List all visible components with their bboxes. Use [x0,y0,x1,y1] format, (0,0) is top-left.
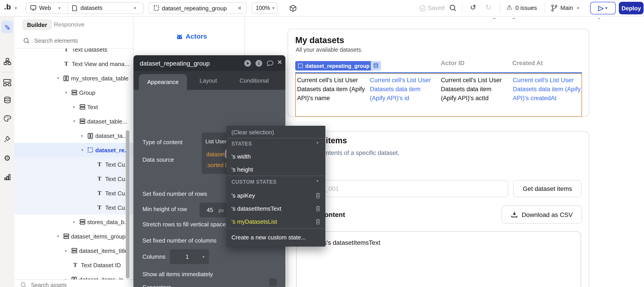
preview-button[interactable]: ▷ ▾ [590,2,616,14]
show-all-items-checkbox[interactable] [269,279,277,286]
text-element-icon: T [98,175,101,182]
min-height-input[interactable]: 45 px [200,203,226,217]
caret-down-icon[interactable]: ▾ [57,76,63,80]
menu-item-mydatasetslist-highlighted[interactable]: 's myDatasetsList [232,218,277,225]
caret-down-icon[interactable]: ▾ [81,148,88,152]
trash-icon[interactable] [316,206,320,212]
close-icon[interactable]: ✕ [238,5,242,11]
chevron-down-icon[interactable]: ▾ [316,179,318,183]
trash-icon[interactable] [316,219,320,225]
menu-item-apikey[interactable]: 's apiKey [232,192,255,199]
tree-item-text-current-4[interactable]: T Text Cu... [14,200,133,215]
branch-selector[interactable]: Main [560,4,573,11]
tree-item-text-current-3[interactable]: T Text Cu... [14,186,133,200]
element-tab[interactable]: dataset_repeating_group ✕ [148,2,247,14]
tree-item-dataset-items-group[interactable]: ▾ dataset_items_group [14,229,133,244]
chevron-down-icon[interactable]: ▾ [577,6,579,10]
caret-right-icon[interactable]: ▸ [65,248,72,253]
caret-right-icon[interactable]: ▸ [73,220,80,224]
tree-item-text-dataset-id[interactable]: T Text Dataset ID [14,258,133,272]
data-tab[interactable] [0,97,14,104]
menu-item-height[interactable]: 's height [232,166,253,173]
caret-right-icon[interactable]: ▸ [73,105,80,109]
warning-icon: ⚠ [506,3,512,11]
chevron-down-icon[interactable]: ▾ [316,141,318,145]
caret-down-icon[interactable]: ▾ [65,90,72,95]
set-fixed-rows-label: Set fixed number of rows [142,190,207,197]
download-icon [511,211,518,218]
saved-check-icon [419,5,426,12]
workflow-icon [3,58,11,65]
columns-select[interactable]: 1 ▾ [170,249,209,264]
comment-icon[interactable] [266,60,274,67]
close-icon[interactable]: ✕ [277,59,282,66]
inspector-header[interactable]: dataset_repeating_group ✕ [134,55,285,71]
device-selector-value[interactable]: Web [39,4,51,11]
caret-right-icon[interactable]: ▸ [81,133,88,138]
styles-tab[interactable] [0,115,14,122]
cube-icon[interactable] [290,4,296,12]
tree-item-my-stores-data-table[interactable]: ▾ my_stores_data_table [14,71,133,85]
selected-element-chip[interactable]: dataset_repeating_group [295,61,372,70]
plugins-tab[interactable] [0,135,14,143]
zoom-control[interactable]: 100% ▾ [252,2,278,14]
menu-divider [226,138,325,138]
actors-heading[interactable]: Actors [176,32,207,40]
undo-icon[interactable]: ↺ [470,3,476,12]
tree-item-dataset-table[interactable]: ▾ dataset_table... [14,114,133,128]
chevron-down-icon[interactable]: ▾ [15,6,17,10]
tree-item-text-current-1[interactable]: T Text Cu... [14,157,133,172]
tree-item-dataset-repeating-group-selected[interactable]: ▾ dataset_re... [14,143,133,157]
tree-item-text-group[interactable]: ▸ Text [14,100,133,114]
page-selector-value[interactable]: datasets [80,4,102,11]
tree-item-dataset-items-in[interactable]: ▸ dataset_items_in... [14,272,133,279]
search-icon[interactable] [450,4,456,12]
settings-tab[interactable]: ⚙ [0,155,14,162]
menu-create-custom-state[interactable]: Create a new custom state... [232,234,306,241]
tree-item-text-current-2[interactable]: T Text Cu... [14,172,133,186]
info-icon[interactable] [255,60,262,67]
caret-down-icon[interactable]: ▾ [73,119,80,123]
menu-custom-states-header[interactable]: CUSTOM STATES [232,179,276,185]
redo-icon[interactable]: ↻ [485,3,492,12]
menu-item-datasetitemstext[interactable]: 's datasetItemsText [232,205,281,212]
logs-tab[interactable] [0,174,14,180]
tree-item-dataset-items-title[interactable]: ▸ dataset_items_title [14,244,133,258]
caret-right-icon[interactable]: ▸ [65,277,72,279]
menu-states-header[interactable]: STATES [232,141,252,146]
tree-scrollbar[interactable] [126,130,130,279]
tree-item-dataset-ta[interactable]: ▸ dataset_ta... [14,128,133,143]
components-tab[interactable] [0,79,14,86]
repeating-group-cell-border[interactable] [295,73,582,117]
menu-item-width[interactable]: 's width [232,153,251,160]
tree-item-group[interactable]: ▾ Group [14,85,133,100]
dataset-id-input[interactable]: _001 [297,180,508,197]
canvas-page-edge [244,17,245,55]
tab-appearance-active[interactable]: Appearance [139,74,187,90]
issues-indicator[interactable]: 0 issues [516,4,537,11]
tree-item-text-view[interactable]: T Text View and mana... [14,57,133,71]
expression-part-1: datasets [206,151,228,158]
tab-layout[interactable]: Layout [200,77,217,84]
download-csv-button[interactable]: Download as CSV [502,205,582,224]
get-dataset-items-button[interactable]: Get dataset items [513,180,582,197]
data-source-badge[interactable] [371,61,381,70]
toolbar-divider [545,3,545,12]
caret-down-icon[interactable]: ▾ [57,234,63,239]
deploy-button[interactable]: Deploy [619,2,644,14]
asset-search-input[interactable] [30,282,99,287]
chevron-down-icon[interactable]: ▾ [58,6,60,10]
trash-icon[interactable] [316,193,320,199]
text-element-icon: T [98,190,101,197]
chevron-down-icon[interactable]: ▾ [134,6,136,10]
tab-conditional[interactable]: Conditional [240,77,269,84]
run-icon[interactable] [244,60,251,67]
design-tab-active[interactable]: ✎ [1,21,13,33]
tree-item-stores-data-b[interactable]: ▸ stores_data_b... [14,215,133,229]
pill-divider [68,2,68,14]
element-search-input[interactable] [33,37,116,44]
bubble-logo[interactable]: .b [4,3,11,12]
workflow-tab[interactable] [0,58,14,65]
menu-clear-selection[interactable]: (Clear selection) [232,129,274,136]
dataset-content-box[interactable]: datasets's datasetItemsText [296,231,581,287]
